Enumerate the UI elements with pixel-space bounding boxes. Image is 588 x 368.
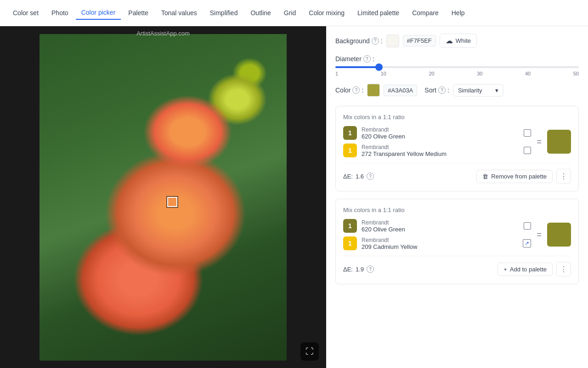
image-panel: ArtistAssistApp.com ⛶ [0, 26, 326, 368]
nav-limited-palette[interactable]: Limited palette [352, 6, 405, 19]
mix-brand-1b: Rembrandt [362, 144, 519, 150]
slider-container [335, 66, 579, 68]
white-button-label: White [456, 37, 471, 44]
mix-card-2-title: Mix colors in a 1:1 ratio [343, 207, 571, 213]
background-help-icon[interactable]: ? [372, 37, 379, 45]
color-hex: #A3A03A [384, 85, 417, 96]
white-button-icon: ☁ [446, 36, 453, 45]
mix-result-1 [547, 130, 571, 154]
remove-label: Remove from palette [491, 173, 547, 180]
mix-card-2-color-1: 1 Rembrandt 620 Olive Green [343, 219, 531, 233]
mix-result-2 [547, 223, 571, 247]
slider-label-40: 40 [525, 71, 531, 76]
sort-value: Similarity [458, 87, 482, 94]
slider-label-20: 20 [429, 71, 434, 76]
right-panel: Background ? : #F7F5EF ☁ White Diameter … [326, 26, 588, 368]
background-label: Background ? : [335, 37, 383, 45]
mix-ext-checkbox-2b[interactable]: ↗ [523, 239, 531, 247]
color-row: Color ? : #A3A03A Sort ? : Similarity ▾ [335, 84, 579, 97]
color-help-icon[interactable]: ? [352, 86, 360, 94]
sort-help-icon[interactable]: ? [438, 86, 446, 94]
mix-card-2-body: 1 Rembrandt 620 Olive Green 1 Rembrandt … [343, 219, 571, 250]
mix-num-1b: 1 [343, 144, 357, 157]
mix-num-2a: 1 [343, 219, 357, 233]
navigation: Color set Photo Color picker Palette Ton… [0, 0, 588, 26]
delta-help-icon-2[interactable]: ? [367, 265, 374, 273]
mix-card-1-color-1: 1 Rembrandt 620 Olive Green [343, 126, 531, 140]
external-link-icon: ↗ [525, 240, 529, 247]
mix-num-2b: 1 [343, 236, 357, 250]
diameter-row: Diameter ? : 1 10 20 30 40 50 [335, 55, 579, 76]
nav-color-set[interactable]: Color set [7, 6, 44, 19]
mix-color-info-2a: Rembrandt 620 Olive Green [362, 219, 519, 233]
nav-tonal-values[interactable]: Tonal values [156, 6, 203, 19]
mix-card-1-footer: ΔE: 1.6 ? 🗑 Remove from palette ⋮ [343, 163, 571, 184]
fullscreen-button[interactable]: ⛶ [300, 342, 319, 361]
mix-card-1-color-2: 1 Rembrandt 272 Transparent Yellow Mediu… [343, 144, 531, 157]
mix-num-1a: 1 [343, 126, 357, 140]
mix-card-1-actions: 🗑 Remove from palette ⋮ [476, 169, 571, 184]
mix-checkbox-1a[interactable] [524, 129, 531, 137]
delta-help-icon-1[interactable]: ? [367, 172, 374, 180]
color-label: Color ? : [335, 86, 363, 94]
slider-thumb[interactable] [375, 63, 383, 71]
delta-value-1: 1.6 [356, 173, 364, 180]
add-label: Add to palette [510, 266, 547, 273]
nav-simplified[interactable]: Simplified [204, 6, 243, 19]
nav-help[interactable]: Help [446, 6, 470, 19]
mix-color-info-2b: Rembrandt 209 Cadmium Yellow [362, 237, 518, 250]
nav-color-picker[interactable]: Color picker [76, 6, 121, 20]
mix-card-2: Mix colors in a 1:1 ratio 1 Rembrandt 62… [335, 199, 579, 284]
mix-card-2-colors: 1 Rembrandt 620 Olive Green 1 Rembrandt … [343, 219, 531, 250]
nav-photo[interactable]: Photo [46, 6, 74, 19]
background-swatch[interactable] [386, 34, 399, 47]
color-swatch[interactable] [367, 84, 380, 97]
mix-brand-2b: Rembrandt [362, 237, 518, 243]
slider-label-1: 1 [335, 71, 338, 76]
trash-icon: 🗑 [482, 173, 488, 180]
nav-color-mixing[interactable]: Color mixing [303, 6, 350, 19]
mix-checkbox-2a[interactable] [524, 222, 531, 230]
mix-name-2b: 209 Cadmium Yellow [362, 243, 518, 250]
mix-name-2a: 620 Olive Green [362, 226, 519, 233]
mix-card-2-color-2: 1 Rembrandt 209 Cadmium Yellow ↗ [343, 236, 531, 250]
mix-color-info-1b: Rembrandt 272 Transparent Yellow Medium [362, 144, 519, 157]
mix-card-1-body: 1 Rembrandt 620 Olive Green 1 Rembrandt … [343, 126, 571, 157]
more-options-button-1[interactable]: ⋮ [556, 169, 571, 184]
mix-card-1-colors: 1 Rembrandt 620 Olive Green 1 Rembrandt … [343, 126, 531, 157]
main-image[interactable] [40, 34, 287, 361]
more-options-button-2[interactable]: ⋮ [556, 262, 571, 276]
delta-e-2: ΔE: 1.9 ? [343, 265, 374, 273]
add-palette-button[interactable]: + Add to palette [498, 263, 553, 276]
mix-checkbox-1b[interactable] [524, 147, 531, 154]
diameter-slider[interactable] [335, 66, 579, 68]
nav-palette[interactable]: Palette [123, 6, 154, 19]
equals-sign-1: = [537, 137, 542, 147]
selector-crosshair[interactable] [167, 197, 177, 207]
main-layout: ArtistAssistApp.com ⛶ Background ? : #F7… [0, 26, 588, 368]
slider-label-50: 50 [573, 71, 579, 76]
diameter-help-icon[interactable]: ? [363, 55, 371, 63]
nav-outline[interactable]: Outline [245, 6, 276, 19]
nav-compare[interactable]: Compare [407, 6, 444, 19]
sort-label: Sort ? : [424, 86, 449, 94]
mix-name-1b: 272 Transparent Yellow Medium [362, 150, 519, 157]
mix-color-info-1a: Rembrandt 620 Olive Green [362, 126, 519, 140]
delta-value-2: 1.9 [356, 266, 364, 273]
mix-name-1a: 620 Olive Green [362, 133, 519, 140]
mix-card-2-actions: + Add to palette ⋮ [498, 262, 571, 276]
remove-palette-button[interactable]: 🗑 Remove from palette [476, 170, 553, 183]
mix-brand-2a: Rembrandt [362, 219, 519, 226]
background-row: Background ? : #F7F5EF ☁ White [335, 34, 579, 48]
sort-select[interactable]: Similarity ▾ [453, 84, 503, 97]
fullscreen-icon: ⛶ [305, 347, 314, 356]
mix-card-2-footer: ΔE: 1.9 ? + Add to palette ⋮ [343, 256, 571, 276]
slider-labels: 1 10 20 30 40 50 [335, 71, 579, 76]
plus-icon: + [503, 266, 507, 273]
mix-card-1-title: Mix colors in a 1:1 ratio [343, 114, 571, 121]
mix-brand-1a: Rembrandt [362, 126, 519, 133]
watermark: ArtistAssistApp.com [136, 30, 190, 37]
white-button[interactable]: ☁ White [440, 34, 477, 48]
chevron-down-icon: ▾ [495, 87, 498, 94]
nav-grid[interactable]: Grid [278, 6, 301, 19]
